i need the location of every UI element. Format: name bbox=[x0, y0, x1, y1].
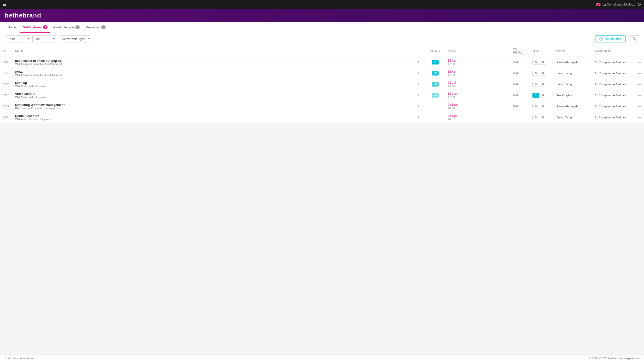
due-time: 17:00 bbox=[448, 95, 466, 99]
cell-actions[interactable]: ⋯ bbox=[635, 112, 644, 123]
col-due-spacer bbox=[469, 45, 510, 57]
col-due[interactable]: Due ▲ bbox=[445, 45, 469, 57]
priority-num: 2 bbox=[418, 82, 419, 86]
cell-due: 13 Jun 17:00 bbox=[445, 90, 469, 101]
cell-name: Mark up VTAStakeholder Approval bbox=[12, 79, 411, 90]
top-bar-right: 🇬🇧 1) Compliance Mailbox ⚙ bbox=[596, 2, 641, 7]
cell-wf-priority bbox=[510, 112, 530, 123]
time-value2: 0 bbox=[540, 104, 546, 109]
priority-num: 2 bbox=[418, 104, 419, 108]
notifications-table: ID Name Priority ▲ Due ▲ WF Priority Tim… bbox=[0, 45, 644, 123]
cell-assigned: 1) Compliance Mailbox bbox=[592, 101, 635, 112]
task-tag: CA bbox=[15, 107, 19, 110]
due-time: 13:00 bbox=[448, 84, 466, 88]
time-value2: 0 bbox=[540, 60, 546, 65]
cell-spacer bbox=[469, 79, 510, 90]
cell-actions[interactable]: ⋯ bbox=[635, 57, 644, 68]
cell-assigned: 1) Compliance Mailbox bbox=[592, 90, 635, 101]
task-name: Video Markup bbox=[15, 92, 408, 96]
search-icon: 🔍 bbox=[632, 37, 636, 41]
cell-owner: David Tang bbox=[554, 79, 592, 90]
cell-name: Video Markup VTAStakeholder Approval bbox=[12, 90, 411, 101]
cell-actions[interactable]: ⋯ bbox=[635, 101, 644, 112]
brand-logo: bethebrand bbox=[5, 12, 41, 19]
asset-lifecycle-badge: 0 bbox=[75, 25, 80, 29]
cell-wf-priority: BAU bbox=[510, 79, 530, 90]
priority-badge: #2 bbox=[432, 71, 438, 75]
cell-assigned: 1) Compliance Mailbox bbox=[592, 79, 635, 90]
priority-badge: #3 bbox=[432, 82, 438, 86]
due-date: 26 Nov bbox=[448, 114, 466, 117]
time-value1: 1 bbox=[532, 93, 539, 98]
filter-deliverable-type[interactable]: Deliverable Type bbox=[59, 35, 91, 42]
cell-time: 1 0 bbox=[530, 90, 554, 101]
priority-badge: #4 bbox=[432, 93, 438, 98]
search-button[interactable]: 🔍 bbox=[630, 35, 639, 42]
cell-owner: Jes Ongley bbox=[554, 90, 592, 101]
nav-tabs: Home Notifications 6 Asset Lifecycle 0 M… bbox=[0, 22, 644, 33]
cell-priority-num: 1 bbox=[411, 112, 426, 123]
task-name: Mark up bbox=[15, 81, 408, 85]
due-date: 13 Jun bbox=[448, 92, 466, 95]
tab-messages[interactable]: Messages 0 bbox=[82, 22, 108, 33]
filter-assignee[interactable]: Me All bbox=[32, 35, 56, 42]
cell-time: 0 0 bbox=[530, 112, 554, 123]
time-value1: 0 bbox=[532, 71, 539, 76]
out-of-office-button[interactable]: 🕐 Out of Office bbox=[596, 35, 626, 42]
priority-badge: #1 bbox=[432, 60, 438, 64]
brand-bar: bethebrand bbox=[0, 9, 644, 22]
cell-name: Marketing Workflow Management CAFinancia… bbox=[12, 101, 411, 112]
time-value2: 0 bbox=[540, 115, 546, 120]
cell-time: 0 0 bbox=[530, 57, 554, 68]
tab-notifications[interactable]: Notifications 6 bbox=[20, 22, 50, 33]
task-subtask: CAFinancial Promotion Final Approval bbox=[15, 107, 408, 110]
table-row: 1056 Mark up VTAStakeholder Approval 2 #… bbox=[0, 79, 644, 90]
task-tag: VTA bbox=[15, 85, 20, 87]
cell-name: www. VTAFinancial Promotion Final Approv… bbox=[12, 68, 411, 79]
tab-home[interactable]: Home bbox=[5, 22, 19, 33]
cell-actions[interactable]: ⋯ bbox=[635, 79, 644, 90]
cell-actions[interactable]: ⋯ bbox=[635, 68, 644, 79]
mailbox-label: 1) Compliance Mailbox bbox=[603, 3, 635, 6]
table-row: 1125 Video Markup VTAStakeholder Approva… bbox=[0, 90, 644, 101]
cell-priority-badge bbox=[426, 101, 445, 112]
filter-status[interactable]: To do In Progress Done bbox=[5, 35, 30, 42]
settings-icon[interactable]: ⚙ bbox=[637, 2, 641, 7]
task-tag: VTA bbox=[15, 74, 20, 76]
due-time: 17:00 bbox=[448, 62, 466, 66]
cell-name: multi select in checkout pop up VTAFinan… bbox=[12, 57, 411, 68]
cell-owner: David Tang bbox=[554, 68, 592, 79]
col-priority-badge[interactable]: Priority ▲ bbox=[426, 45, 445, 57]
task-name: Marketing Workflow Management bbox=[15, 103, 408, 107]
cell-id: 1125 bbox=[0, 90, 12, 101]
task-name: multi select in checkout pop up bbox=[15, 59, 408, 62]
due-date: 18 Apr bbox=[448, 70, 466, 73]
cell-due: 26 Nov 14:32 bbox=[445, 112, 469, 123]
cell-spacer bbox=[469, 90, 510, 101]
task-subtask: VTAAction Creative & Upload bbox=[15, 118, 408, 121]
cell-spacer bbox=[469, 68, 510, 79]
priority-num: 1 bbox=[418, 71, 419, 75]
cell-owner: David Tang bbox=[554, 112, 592, 123]
out-of-office-icon: 🕐 bbox=[599, 37, 603, 41]
due-time: 18:00 bbox=[448, 106, 466, 110]
cell-assigned: 1) Compliance Mailbox bbox=[592, 68, 635, 79]
cell-time: 0 0 bbox=[530, 68, 554, 79]
time-value1: 0 bbox=[532, 60, 539, 65]
cell-wf-priority: BAU bbox=[510, 57, 530, 68]
tab-asset-lifecycle[interactable]: Asset Lifecycle 0 bbox=[50, 22, 83, 33]
task-tag: VTA bbox=[15, 118, 20, 121]
priority-num: 4 bbox=[418, 60, 419, 64]
cell-due: 26 Jul 13:00 bbox=[445, 79, 469, 90]
task-name: www. bbox=[15, 70, 408, 74]
notifications-badge: 6 bbox=[43, 25, 47, 29]
cell-priority-badge: #4 bbox=[426, 90, 445, 101]
time-value2: 0 bbox=[540, 71, 546, 76]
cell-time: 0 0 bbox=[530, 79, 554, 90]
table-row: 877 www. VTAFinancial Promotion Final Ap… bbox=[0, 68, 644, 79]
cell-actions[interactable]: ⋯ bbox=[635, 90, 644, 101]
task-tag: VTA bbox=[15, 62, 20, 65]
task-tag: VTA bbox=[15, 96, 20, 98]
messages-badge: 0 bbox=[101, 25, 106, 29]
hamburger-icon[interactable]: ☰ bbox=[3, 2, 6, 7]
